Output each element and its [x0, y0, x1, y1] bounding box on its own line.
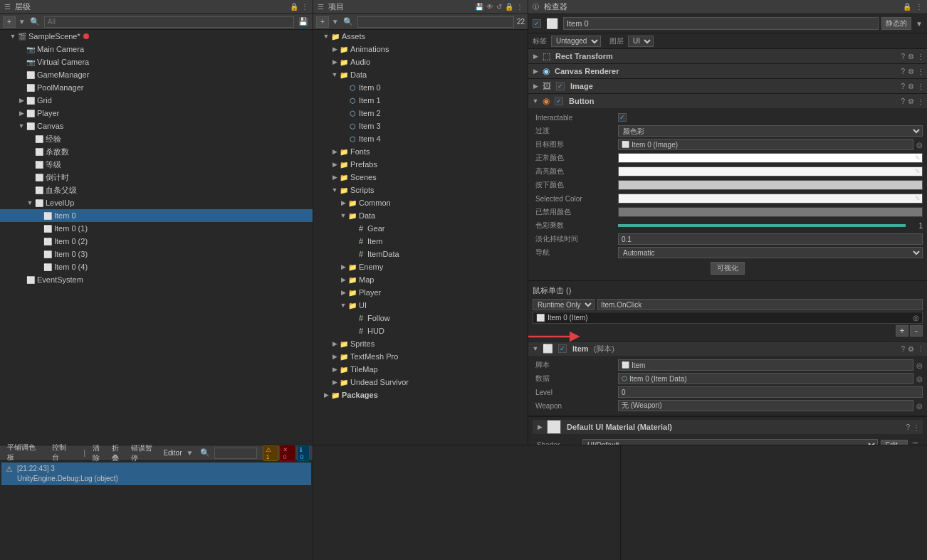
- console-entry-0[interactable]: ⚠ [21:22:43] 3 UnityEngine.Debug:Log (ob…: [1, 463, 311, 486]
- click-object-circle[interactable]: ◎: [913, 314, 919, 322]
- script-select-icon[interactable]: ◎: [916, 361, 923, 369]
- rect-transform-more-icon[interactable]: ⋮: [917, 53, 924, 60]
- editor-dropdown-icon[interactable]: ▼: [187, 449, 194, 457]
- project-lock-icon[interactable]: 🔒: [505, 3, 513, 11]
- project-item-hud[interactable]: # HUD: [313, 324, 528, 337]
- canvas-renderer-help-icon[interactable]: ?: [901, 68, 905, 75]
- project-item-prefabs[interactable]: ▶ 📁 Prefabs: [313, 158, 528, 171]
- button-highlight-color-swatch[interactable]: ✎: [618, 167, 923, 176]
- project-save-icon[interactable]: 💾: [475, 3, 483, 11]
- hierarchy-lock-icon[interactable]: 🔒: [290, 3, 298, 11]
- shader-select[interactable]: UI/Default: [582, 439, 878, 445]
- click-minus-btn[interactable]: -: [910, 325, 923, 337]
- button-target-graphic-input[interactable]: ⬜ Item 0 (Image): [618, 139, 913, 150]
- tag-select[interactable]: Untagged: [551, 36, 601, 47]
- data-ref-input[interactable]: ⬡ Item 0 (Item Data): [618, 373, 913, 384]
- rect-transform-header[interactable]: ▶ ⬚ Rect Transform ? ⚙ ⋮: [528, 49, 927, 63]
- function-name-input[interactable]: [597, 299, 923, 310]
- project-item-scenes[interactable]: ▶ 📁 Scenes: [313, 171, 528, 184]
- button-navigation-select[interactable]: Automatic: [618, 247, 923, 258]
- button-selected-color-swatch[interactable]: ✎: [618, 194, 923, 204]
- hierarchy-item-maincamera[interactable]: 📷 Main Camera: [0, 43, 313, 56]
- project-item-scripts[interactable]: ▼ 📁 Scripts: [313, 184, 528, 196]
- hierarchy-item-dengji[interactable]: ⬜ 等级: [0, 158, 313, 171]
- project-item-packages[interactable]: ▶ 📁 Packages: [313, 389, 528, 401]
- project-item-data-item3[interactable]: ⬡ Item 3: [313, 120, 528, 132]
- hierarchy-item-canvas[interactable]: ▼ ⬜ Canvas: [0, 120, 313, 132]
- button-help-icon[interactable]: ?: [901, 97, 905, 105]
- material-header-bar[interactable]: ▶ Default UI Material (Material) ? ⋮: [533, 420, 923, 434]
- hierarchy-item-poolmanager[interactable]: ⬜ PoolManager: [0, 81, 313, 94]
- project-item-textmeshpro[interactable]: ▶ 📁 TextMesh Pro: [313, 350, 528, 363]
- button-interactable-checkbox[interactable]: [618, 113, 627, 122]
- data-select-icon[interactable]: ◎: [916, 375, 923, 383]
- project-item-tilemap[interactable]: ▶ 📁 TileMap: [313, 363, 528, 376]
- project-search-input[interactable]: [357, 16, 514, 28]
- console-tab-palette[interactable]: 平铺调色板: [3, 443, 45, 464]
- project-item-item[interactable]: # Item: [313, 235, 528, 248]
- inspector-more-icon[interactable]: ⋮: [916, 3, 923, 11]
- hierarchy-item-samplescene[interactable]: ▼ 🎬 SampleScene*: [0, 30, 313, 43]
- layer-select[interactable]: UI: [628, 36, 654, 47]
- project-item-ui[interactable]: ▼ 📁 UI: [313, 299, 528, 312]
- stop-on-error-button[interactable]: 错误暂停: [131, 443, 158, 463]
- project-item-animations[interactable]: ▶ 📁 Animations: [313, 43, 528, 56]
- project-eye-icon[interactable]: 👁: [486, 3, 493, 11]
- button-fade-duration-input[interactable]: [618, 233, 923, 245]
- hierarchy-add-btn[interactable]: +: [3, 16, 16, 28]
- button-more-icon[interactable]: ⋮: [917, 97, 924, 105]
- static-button[interactable]: 静态的: [881, 17, 911, 30]
- project-item-gear[interactable]: # Gear: [313, 222, 528, 235]
- console-search-input[interactable]: [214, 448, 257, 459]
- console-tab-console[interactable]: 控制台: [48, 443, 76, 464]
- project-more-icon[interactable]: ⋮: [516, 3, 523, 11]
- inspector-lock-icon[interactable]: 🔒: [903, 3, 911, 11]
- project-item-player[interactable]: ▶ 📁 Player: [313, 286, 528, 299]
- hierarchy-save-icon[interactable]: 💾: [297, 17, 310, 26]
- project-item-follow[interactable]: # Follow: [313, 312, 528, 324]
- canvas-renderer-more-icon[interactable]: ⋮: [917, 68, 924, 75]
- image-settings-icon[interactable]: ⚙: [908, 83, 914, 90]
- hierarchy-item-item0-1[interactable]: ⬜ Item 0 (1): [0, 222, 313, 235]
- image-header[interactable]: ▶ 🖼 Image ? ⚙ ⋮: [528, 79, 927, 93]
- visualize-button[interactable]: 可视化: [711, 262, 745, 275]
- button-transition-select[interactable]: 颜色彩: [618, 125, 923, 137]
- hierarchy-item-item0-2[interactable]: ⬜ Item 0 (2): [0, 235, 313, 248]
- item-script-settings-icon[interactable]: ⚙: [908, 345, 914, 353]
- project-item-itemdata[interactable]: # ItemData: [313, 248, 528, 260]
- canvas-renderer-settings-icon[interactable]: ⚙: [908, 68, 914, 75]
- hierarchy-item-virtualcamera[interactable]: 📷 Virtual Camera: [0, 56, 313, 68]
- project-item-data[interactable]: ▼ 📁 Data: [313, 68, 528, 81]
- item-script-more-icon[interactable]: ⋮: [917, 345, 924, 353]
- button-normal-color-swatch[interactable]: ✎: [618, 153, 923, 163]
- color-multiplier-slider[interactable]: 1: [618, 222, 923, 230]
- button-disabled-color-swatch[interactable]: ✎: [618, 207, 923, 217]
- image-help-icon[interactable]: ?: [901, 83, 905, 90]
- hierarchy-item-player[interactable]: ▶ ⬜ Player: [0, 107, 313, 120]
- item-script-help-icon[interactable]: ?: [901, 345, 905, 353]
- material-help-icon[interactable]: ?: [906, 423, 910, 431]
- click-plus-btn[interactable]: +: [896, 325, 908, 337]
- rect-transform-settings-icon[interactable]: ⚙: [908, 53, 914, 60]
- project-item-sprites[interactable]: ▶ 📁 Sprites: [313, 337, 528, 350]
- hierarchy-item-item0-4[interactable]: ⬜ Item 0 (4): [0, 260, 313, 273]
- button-pressed-color-swatch[interactable]: ✎: [618, 180, 923, 190]
- project-item-data-item1[interactable]: ⬡ Item 1: [313, 94, 528, 107]
- weapon-select-icon[interactable]: ◎: [916, 402, 923, 410]
- item-script-header[interactable]: ▼ ⬜ Item (脚本) ? ⚙ ⋮: [528, 342, 927, 356]
- hierarchy-item-xuetiaofather[interactable]: ⬜ 血条父级: [0, 184, 313, 196]
- image-more-icon[interactable]: ⋮: [917, 83, 924, 90]
- image-enabled-checkbox[interactable]: [556, 82, 565, 90]
- hierarchy-search-input[interactable]: [44, 16, 294, 28]
- material-more-icon[interactable]: ⋮: [913, 423, 920, 431]
- project-item-scripts-data[interactable]: ▼ 📁 Data: [313, 209, 528, 222]
- collapse-button[interactable]: 折叠: [112, 443, 125, 463]
- runtime-select[interactable]: Runtime Only: [533, 299, 595, 310]
- project-refresh-icon[interactable]: ↺: [496, 3, 502, 11]
- hierarchy-item-jingyan[interactable]: ⬜ 经验: [0, 132, 313, 145]
- script-ref-input[interactable]: ⬜ Item: [618, 359, 913, 371]
- clear-button[interactable]: 清除: [93, 443, 106, 463]
- item-script-enabled-checkbox[interactable]: [558, 344, 567, 353]
- target-graphic-select-icon[interactable]: ◎: [916, 141, 923, 149]
- project-item-audio[interactable]: ▶ 📁 Audio: [313, 56, 528, 68]
